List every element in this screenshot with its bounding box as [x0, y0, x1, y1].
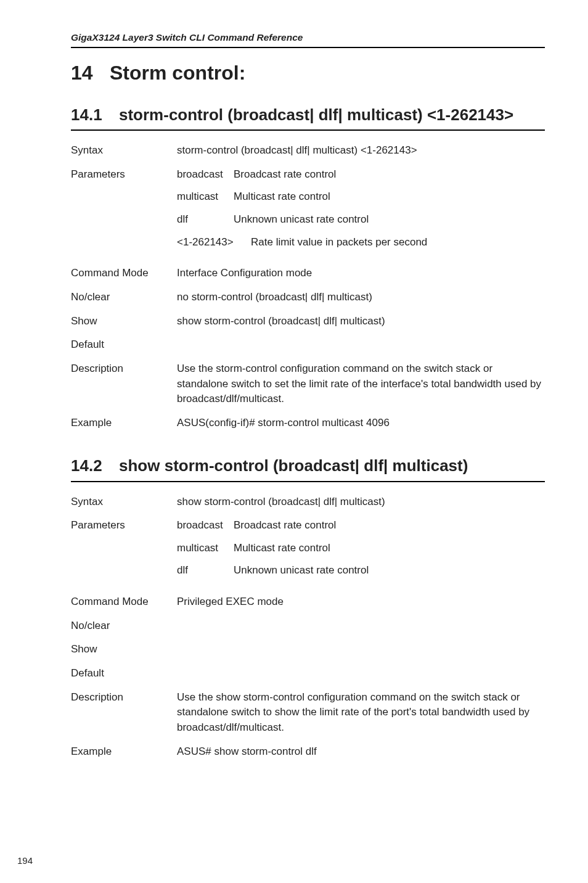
show-label: Show — [71, 642, 177, 657]
description-row: Description Use the show storm-control c… — [71, 690, 545, 736]
description-label: Description — [71, 690, 177, 736]
noclear-label: No/clear — [71, 290, 177, 305]
noclear-label: No/clear — [71, 618, 177, 634]
page-number: 194 — [17, 855, 33, 866]
example-label: Example — [71, 416, 177, 431]
chapter-number: 14 — [71, 62, 104, 84]
param-broadcast-key: broadcast — [177, 518, 234, 533]
param-multicast-val: Multicast rate control — [234, 541, 330, 556]
param-range-val: Rate limit value in packets per second — [251, 235, 427, 250]
noclear-value: no storm-control (broadcast| dlf| multic… — [177, 290, 545, 305]
syntax-row: Syntax storm-control (broadcast| dlf| mu… — [71, 143, 545, 158]
default-label: Default — [71, 337, 177, 353]
param-broadcast-key: broadcast — [177, 167, 234, 183]
parameters-row: Parameters broadcast Broadcast rate cont… — [71, 518, 545, 586]
param-broadcast-val: Broadcast rate control — [234, 518, 336, 533]
param-range-key: <1-262143> — [177, 235, 251, 250]
parameters-value: broadcast Broadcast rate control multica… — [177, 167, 545, 258]
section-14-2-title: 14.2 show storm-control (broadcast| dlf|… — [71, 455, 545, 482]
noclear-row: No/clear — [71, 618, 545, 634]
syntax-value: show storm-control (broadcast| dlf| mult… — [177, 495, 545, 510]
section-text: show storm-control (broadcast| dlf| mult… — [119, 455, 468, 477]
default-label: Default — [71, 666, 177, 681]
param-multicast-key: multicast — [177, 189, 234, 205]
parameters-label: Parameters — [71, 167, 177, 258]
param-dlf-key: dlf — [177, 212, 234, 228]
document-header: GigaX3124 Layer3 Switch CLI Command Refe… — [71, 32, 545, 48]
syntax-row: Syntax show storm-control (broadcast| dl… — [71, 495, 545, 510]
chapter-text: Storm control: — [110, 62, 245, 84]
example-row: Example ASUS# show storm-control dlf — [71, 744, 545, 760]
param-multicast-key: multicast — [177, 541, 234, 556]
section-number: 14.2 — [71, 455, 119, 477]
show-row: Show show storm-control (broadcast| dlf|… — [71, 314, 545, 329]
noclear-value — [177, 618, 545, 634]
parameters-row: Parameters broadcast Broadcast rate cont… — [71, 167, 545, 258]
default-row: Default — [71, 337, 545, 353]
example-label: Example — [71, 744, 177, 760]
noclear-row: No/clear no storm-control (broadcast| dl… — [71, 290, 545, 305]
example-value: ASUS(config-if)# storm-control multicast… — [177, 416, 545, 431]
description-value: Use the show storm-control configuration… — [177, 690, 545, 736]
default-value — [177, 666, 545, 681]
example-row: Example ASUS(config-if)# storm-control m… — [71, 416, 545, 431]
command-mode-label: Command Mode — [71, 594, 177, 610]
default-value — [177, 337, 545, 353]
section-text: storm-control (broadcast| dlf| multicast… — [119, 104, 513, 126]
show-row: Show — [71, 642, 545, 657]
command-mode-value: Interface Configuration mode — [177, 266, 545, 281]
command-mode-value: Privileged EXEC mode — [177, 594, 545, 610]
chapter-title: 14 Storm control: — [71, 62, 545, 84]
example-value: ASUS# show storm-control dlf — [177, 744, 545, 760]
syntax-value: storm-control (broadcast| dlf| multicast… — [177, 143, 545, 158]
parameters-label: Parameters — [71, 518, 177, 586]
syntax-label: Syntax — [71, 143, 177, 158]
section-number: 14.1 — [71, 104, 119, 126]
param-dlf-val: Unknown unicast rate control — [234, 563, 369, 578]
command-mode-label: Command Mode — [71, 266, 177, 281]
command-mode-row: Command Mode Privileged EXEC mode — [71, 594, 545, 610]
show-label: Show — [71, 314, 177, 329]
section-14-1-title: 14.1 storm-control (broadcast| dlf| mult… — [71, 104, 545, 131]
command-mode-row: Command Mode Interface Configuration mod… — [71, 266, 545, 281]
param-dlf-key: dlf — [177, 563, 234, 578]
description-value: Use the storm-control configuration comm… — [177, 361, 545, 407]
show-value: show storm-control (broadcast| dlf| mult… — [177, 314, 545, 329]
show-value — [177, 642, 545, 657]
param-dlf-val: Unknown unicast rate control — [234, 212, 369, 228]
syntax-label: Syntax — [71, 495, 177, 510]
param-multicast-val: Multicast rate control — [234, 189, 330, 205]
description-label: Description — [71, 361, 177, 407]
parameters-value: broadcast Broadcast rate control multica… — [177, 518, 545, 586]
default-row: Default — [71, 666, 545, 681]
description-row: Description Use the storm-control config… — [71, 361, 545, 407]
param-broadcast-val: Broadcast rate control — [234, 167, 336, 183]
